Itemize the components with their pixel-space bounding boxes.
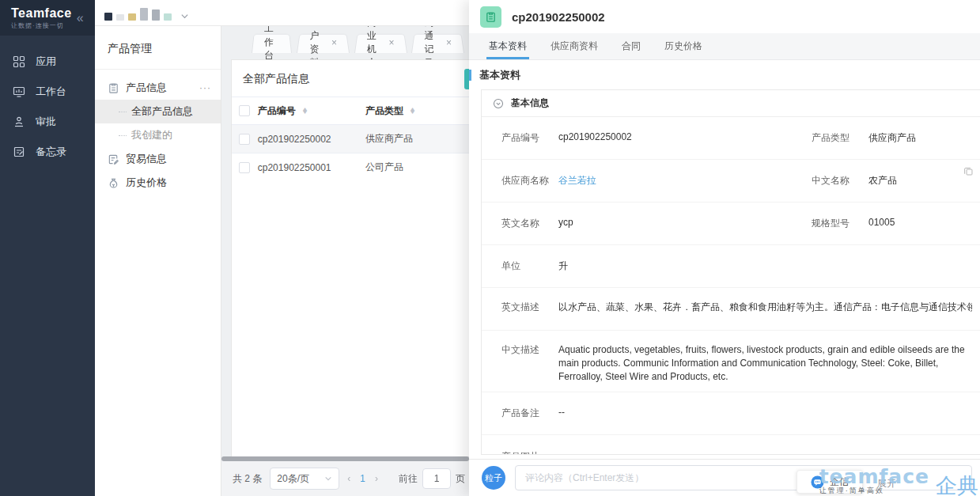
tree-connector [119, 135, 127, 136]
row-checkbox[interactable] [239, 134, 250, 145]
field-value-unit: 升 [558, 259, 568, 273]
field-label: 产品编号 [501, 131, 558, 145]
workspace-app-square[interactable] [140, 8, 148, 21]
money-bag-icon [108, 177, 119, 189]
tab-business-opportunity[interactable]: 商业机会 × [354, 32, 407, 53]
workspace-app-square[interactable] [104, 13, 112, 21]
tab-supplier-info[interactable]: 供应商资料 [539, 33, 610, 59]
cell-product-code: cp201902250002 [258, 134, 365, 145]
cell-product-type: 公司产品 [365, 161, 469, 174]
field-row: 产品备注 -- [482, 392, 980, 435]
sidebar-item-apps[interactable]: 应用 [0, 47, 95, 77]
field-value-image: -- [558, 450, 565, 456]
field-value-product-code: cp201902250002 [558, 131, 632, 142]
logo-block: Teamface 让数据·连接一切 « [0, 0, 95, 36]
tree-node-product-info[interactable]: 产品信息 ··· [95, 76, 221, 100]
tree-node-label: 历史价格 [126, 176, 167, 190]
approval-person-icon [13, 115, 25, 128]
tab-workbench[interactable]: 工作台 [252, 32, 292, 53]
sort-icon[interactable]: ▲▼ [302, 108, 308, 114]
product-clipboard-icon [480, 6, 501, 28]
document-pen-icon [108, 153, 119, 165]
row-checkbox[interactable] [239, 162, 250, 173]
tree-node-all-products[interactable]: 全部产品信息 [95, 100, 221, 123]
tab-history-price[interactable]: 历史价格 [653, 33, 714, 59]
table-row[interactable]: cp201902250001 公司产品 石油 [232, 153, 469, 181]
tree-node-label: 产品信息 [126, 81, 167, 95]
tree-node-label: 我创建的 [131, 128, 172, 142]
qixin-button[interactable]: 企信 [796, 470, 863, 494]
current-page[interactable]: 1 [360, 473, 365, 484]
tree-node-label: 全部产品信息 [131, 104, 193, 119]
page-unit-label: 页 [456, 472, 465, 486]
tab-customer-data[interactable]: 客户资料 × [297, 32, 350, 53]
field-label: 单位 [501, 259, 558, 273]
user-avatar[interactable]: 粒子 [482, 466, 505, 490]
qixin-label: 企信 [830, 475, 849, 489]
detail-tab-bar: 基本资料 供应商资料 合同 历史价格 [469, 33, 980, 60]
field-value-cn-name: 农产品 [868, 174, 897, 187]
workspace-app-square[interactable] [152, 9, 160, 21]
more-options-icon[interactable]: ··· [199, 82, 211, 93]
tree-connector [119, 112, 127, 112]
prev-page-button[interactable]: ‹ [347, 473, 350, 484]
detail-header: cp201902250002 [469, 0, 980, 33]
group-header[interactable]: 基本信息 [482, 90, 980, 117]
pagination-bar: 共 2 条 20条/页 ‹ 1 › 前往 页 [221, 461, 469, 496]
tree-node-created-by-me[interactable]: 我创建的 [95, 123, 221, 147]
tab-communication-record[interactable]: 沟通记录 × [411, 32, 464, 53]
workspace-app-square[interactable] [116, 14, 124, 21]
workspace-chevron-down-icon[interactable] [180, 12, 189, 21]
tab-close-icon[interactable]: × [331, 37, 337, 48]
sidebar-item-label: 应用 [36, 55, 56, 69]
workspace-app-square[interactable] [128, 13, 136, 21]
copy-icon[interactable] [963, 166, 974, 176]
basic-info-card: 基本信息 产品编号 cp201902250002 产品类型 供应商产品 供应商名… [481, 89, 980, 455]
supplier-link[interactable]: 谷兰若拉 [558, 174, 596, 187]
sidebar-item-label: 工作台 [36, 85, 66, 99]
goto-label: 前往 [399, 472, 418, 486]
sort-icon[interactable]: ▲▼ [410, 108, 415, 114]
goto-page-input[interactable] [422, 468, 451, 489]
page-size-select[interactable]: 20条/页 [270, 468, 339, 490]
tree-node-trade-info[interactable]: 贸易信息 [95, 147, 221, 171]
sidebar-item-approval[interactable]: 审批 [0, 107, 95, 137]
field-label: 供应商名称 [501, 174, 558, 187]
table-row[interactable]: cp201902250002 供应商产品 农产品 [232, 124, 469, 153]
field-value-en-desc: 以水产品、蔬菜、水果、花卉．畜产品、粮食和食用油籽等为主。通信产品：电子信息与通… [558, 301, 972, 314]
expand-label[interactable]: 展开 [877, 477, 896, 490]
column-header-code[interactable]: 产品编号 [258, 104, 296, 118]
field-row: 供应商名称 谷兰若拉 中文名称 农产品 [482, 160, 980, 203]
tree-node-history-price[interactable]: 历史价格 [95, 171, 221, 195]
field-label: 英文名称 [501, 217, 558, 230]
sidebar-item-label: 备忘录 [36, 145, 66, 159]
workspace-tab-bar: 工作台 客户资料 × 商业机会 × 沟通记录 × [221, 26, 469, 53]
workspace-app-square[interactable] [164, 13, 172, 21]
column-header-type[interactable]: 产品类型 [365, 104, 403, 118]
tab-basic-info[interactable]: 基本资料 [477, 33, 539, 59]
next-page-button[interactable]: › [375, 473, 378, 484]
select-all-checkbox[interactable] [239, 105, 250, 116]
field-label: 中文名称 [812, 174, 868, 187]
tab-close-icon[interactable]: × [446, 37, 452, 48]
qixin-overlay: 企信 展开 [796, 470, 980, 494]
sidebar-item-memo[interactable]: 备忘录 [0, 137, 95, 167]
tab-contract[interactable]: 合同 [610, 33, 653, 59]
clipboard-icon [108, 82, 119, 94]
detail-title: cp201902250002 [512, 10, 605, 24]
total-count: 共 2 条 [233, 472, 262, 486]
field-value-spec: 01005 [868, 217, 895, 228]
tab-close-icon[interactable]: × [388, 37, 394, 48]
sidebar-item-workbench[interactable]: 工作台 [0, 77, 95, 107]
field-row: 中文描述 Aquatic products, vegetables, fruit… [482, 331, 980, 392]
detail-panel: cp201902250002 基本资料 供应商资料 合同 历史价格 基本资料 基… [469, 0, 980, 496]
list-panel: 工作台 客户资料 × 商业机会 × 沟通记录 × 全部产品信息 产品编号 ▲▼ … [221, 26, 469, 496]
field-label: 产品类型 [812, 131, 868, 145]
table-header-row: 产品编号 ▲▼ 产品类型 ▲▼ 中文名 [232, 97, 469, 124]
field-label: 中文描述 [501, 343, 558, 357]
apps-grid-icon [13, 55, 25, 68]
circle-chevron-down-icon [493, 98, 504, 109]
sidebar-collapse-icon[interactable]: « [77, 11, 84, 25]
cell-product-type: 供应商产品 [365, 132, 469, 146]
field-label: 英文描述 [501, 301, 558, 314]
